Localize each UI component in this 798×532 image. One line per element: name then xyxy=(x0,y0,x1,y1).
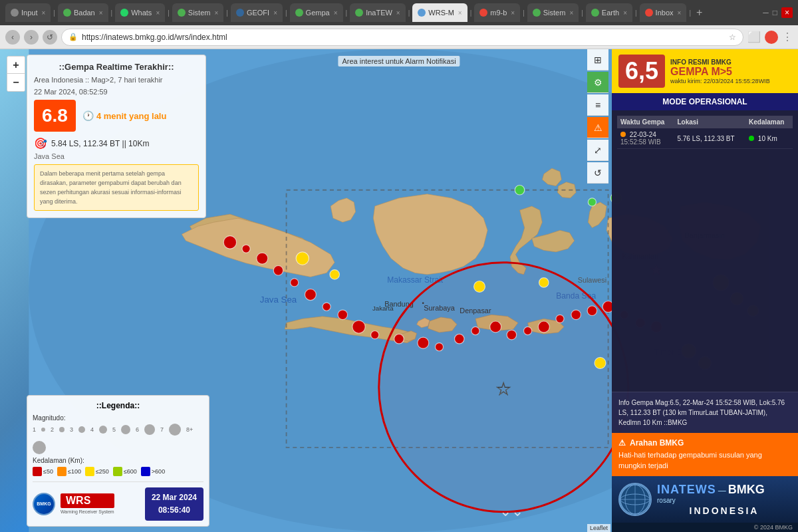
depth-color-250 xyxy=(85,467,94,476)
alert-btn[interactable]: ⚠ xyxy=(587,117,608,138)
bmkg-logo-area: BMKG xyxy=(33,493,55,515)
zoom-in-btn[interactable]: + xyxy=(7,57,25,74)
mag-dot-2 xyxy=(59,427,65,432)
tab-geofi[interactable]: GEOFI × xyxy=(231,3,283,22)
reload-btn[interactable]: ↺ xyxy=(43,30,57,45)
target-icon: 🎯 xyxy=(34,137,47,150)
gempa-warning: Dalam beberapa menit pertama setelah gem… xyxy=(34,164,199,211)
area-label: Area interest untuk Alarm Notifikasi xyxy=(338,56,460,66)
gempa-ago: 🕐 4 menit yang lalu xyxy=(82,110,166,121)
tab-wrs[interactable]: WRS-M × xyxy=(412,3,467,22)
minimize-btn[interactable]: ─ xyxy=(763,8,769,17)
clock-icon: 🕐 xyxy=(82,110,94,121)
menu-icon[interactable]: ⋮ xyxy=(782,31,793,43)
svg-point-33 xyxy=(524,327,532,334)
table-row: 22-03-24 15:52:58 WIB 5.76 LS, 112.33 BT… xyxy=(617,128,793,149)
svg-point-27 xyxy=(418,337,429,348)
tab-input[interactable]: Input × xyxy=(5,3,51,22)
wrs-badge: WRS xyxy=(61,493,114,508)
inatews-subtitle: rosary xyxy=(657,497,791,504)
browser-frame: Input × | Badan × | Whats × | Sistem × |… xyxy=(0,0,798,532)
tab-close-sistem[interactable]: × xyxy=(214,9,218,17)
tab-m9b[interactable]: m9-b × xyxy=(474,3,520,22)
tab-icon-sistem xyxy=(178,9,186,17)
tab-close-inate[interactable]: × xyxy=(396,9,400,17)
tab-close-whats[interactable]: × xyxy=(156,9,160,17)
col-waktu: Waktu Gempa xyxy=(617,116,674,128)
inatews-dash: — xyxy=(718,486,726,495)
mag-dot-5 xyxy=(121,425,130,434)
waktu-cell: 22-03-24 15:52:58 WIB xyxy=(617,128,674,149)
fullscreen-btn[interactable]: ⤢ xyxy=(587,140,608,161)
close-btn[interactable]: × xyxy=(781,7,793,18)
svg-text:Java Sea: Java Sea xyxy=(260,295,297,305)
tab-close-badan[interactable]: × xyxy=(99,9,103,17)
leaflet-attribution: Leaflet xyxy=(587,524,610,532)
tab-icon-geofi xyxy=(236,9,244,17)
wrs-section: BMKG WRS Warning Receiver System 22 Mar … xyxy=(33,481,203,521)
tab-badan[interactable]: Badan × xyxy=(58,3,108,22)
svg-point-26 xyxy=(394,334,404,344)
svg-text:☆: ☆ xyxy=(495,379,511,399)
depth-color-more xyxy=(141,467,150,476)
tab-inbox[interactable]: Inbox × xyxy=(640,3,687,22)
refresh-map-btn[interactable]: ↺ xyxy=(587,162,608,184)
depth-item-50: ≤50 xyxy=(33,467,53,476)
extensions-icon[interactable]: ⬜ xyxy=(747,31,761,43)
restore-btn[interactable]: □ xyxy=(773,8,777,17)
tab-close-gempa[interactable]: × xyxy=(334,9,338,17)
svg-point-35 xyxy=(556,315,564,323)
location-name: Java Sea xyxy=(34,152,199,160)
alert-magnitude: 6,5 xyxy=(618,55,665,88)
svg-point-21 xyxy=(305,289,316,301)
tab-sistem[interactable]: Sistem × xyxy=(172,3,223,22)
mag-dot-3 xyxy=(78,426,85,433)
alert-org-label: INFO RESMI BMKG xyxy=(670,59,791,66)
svg-point-54 xyxy=(515,185,525,195)
star-icon[interactable]: ☆ xyxy=(729,33,736,42)
forward-btn[interactable]: › xyxy=(24,30,39,45)
tab-whats[interactable]: Whats × xyxy=(115,3,165,22)
tab-close-m9b[interactable]: × xyxy=(511,9,515,17)
zoom-out-btn[interactable]: − xyxy=(7,74,25,91)
tab-inate[interactable]: InaTEW × xyxy=(350,3,406,22)
svg-point-39 xyxy=(587,306,597,316)
lokasi-cell: 5.76 LS, 112.33 BT xyxy=(674,128,745,149)
depth-color-100 xyxy=(57,467,66,476)
tab-close-wrs[interactable]: × xyxy=(458,9,462,17)
svg-text:Sulawesi: Sulawesi xyxy=(578,276,607,284)
tab-close-geofi[interactable]: × xyxy=(273,9,277,17)
url-bar[interactable]: 🔒 https://inatews.bmkg.go.id/wrs/index.h… xyxy=(61,29,743,46)
svg-point-20 xyxy=(291,279,299,287)
tab-close-earth[interactable]: × xyxy=(623,9,627,17)
tab-close-input[interactable]: × xyxy=(41,9,45,17)
browser-content: Java Sea Makassar Strait Banda Sea Timor… xyxy=(0,49,798,532)
legend-panel: ::Legenda:: Magnitudo: 1 2 3 4 5 6 7 xyxy=(27,395,209,527)
layers-btn[interactable]: ⊞ xyxy=(587,49,608,70)
tab-earth[interactable]: Earth × xyxy=(586,3,632,22)
tab-sistem2[interactable]: Sistem × xyxy=(527,3,579,22)
tab-close-inbox[interactable]: × xyxy=(678,9,682,17)
gempa-location: 🎯 5.84 LS, 112.34 BT || 10Km xyxy=(34,137,199,150)
svg-text:⌄⌄: ⌄⌄ xyxy=(499,503,523,519)
info-text-area: Info Gempa Mag:6.5, 22-Mar-24 15:52:58 W… xyxy=(612,392,798,433)
tab-icon-inbox xyxy=(645,9,653,17)
tab-gempa[interactable]: Gempa × xyxy=(290,3,343,22)
back-btn[interactable]: ‹ xyxy=(5,30,20,45)
svg-point-18 xyxy=(257,253,268,264)
right-icon-panel: ⊞ ⚙ ≡ ⚠ ⤢ ↺ xyxy=(587,49,608,184)
tab-close-sistem2[interactable]: × xyxy=(569,9,573,17)
mag-dot-8 xyxy=(33,441,46,454)
svg-point-31 xyxy=(490,321,501,332)
depth-color-600 xyxy=(113,467,122,476)
url-text: https://inatews.bmkg.go.id/wrs/index.htm… xyxy=(82,33,227,42)
settings-btn[interactable]: ⚙ xyxy=(587,72,608,93)
map-container[interactable]: Java Sea Makassar Strait Banda Sea Timor… xyxy=(0,49,798,532)
menu-map-btn[interactable]: ≡ xyxy=(587,94,608,116)
gempa-panel: ::Gempa Realtime Terakhir:: Area Indones… xyxy=(27,55,206,218)
svg-point-47 xyxy=(539,278,549,288)
lock-icon: 🔒 xyxy=(68,33,78,41)
profile-icon[interactable] xyxy=(765,31,778,44)
new-tab-btn[interactable]: + xyxy=(696,7,702,19)
alert-top: 6,5 INFO RESMI BMKG GEMPA M>5 waktu kiri… xyxy=(612,49,798,93)
